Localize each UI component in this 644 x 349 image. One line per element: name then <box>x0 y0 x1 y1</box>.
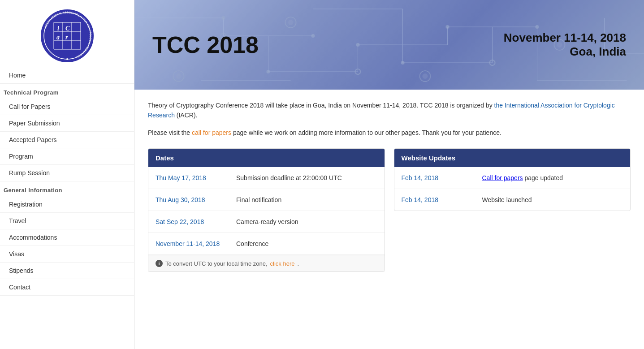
contact-link[interactable]: Contact <box>9 284 30 291</box>
date-cell: Thu Aug 30, 2018 <box>156 196 236 203</box>
sidebar-item-stipends[interactable]: Stipends <box>0 263 134 279</box>
svg-text:i: i <box>57 25 59 32</box>
sidebar-item-travel[interactable]: Travel <box>0 213 134 229</box>
updates-table: Website Updates Feb 14, 2018 Call for pa… <box>394 148 631 211</box>
logo-container: i C a r INTERNATIONAL ASSOCIATION FOR CR… <box>0 0 134 67</box>
svg-point-55 <box>176 73 182 79</box>
desc-cell: Conference <box>236 240 377 247</box>
technical-program-section: Technical Program <box>0 84 134 99</box>
sidebar-item-contact[interactable]: Contact <box>0 279 134 296</box>
sidebar: i C a r INTERNATIONAL ASSOCIATION FOR CR… <box>0 0 134 349</box>
svg-point-15 <box>66 58 68 60</box>
sidebar-item-accepted-papers[interactable]: Accepted Papers <box>0 132 134 148</box>
updates-table-header: Website Updates <box>394 149 631 167</box>
home-link[interactable]: Home <box>9 72 26 79</box>
desc-cell: Camera-ready version <box>236 218 377 225</box>
date-cell: November 11-14, 2018 <box>156 240 236 247</box>
call-for-papers-link[interactable]: Call for Papers <box>9 103 51 110</box>
table-row: Thu May 17, 2018 Submission deadline at … <box>148 167 385 189</box>
intro-text-part2: (IACR). <box>175 112 198 119</box>
date-link[interactable]: Thu Aug 30, 2018 <box>156 196 205 203</box>
desc-cell: Submission deadline at 22:00:00 UTC <box>236 174 377 181</box>
utc-note-end: . <box>298 260 299 267</box>
table-row: November 11-14, 2018 Conference <box>148 233 385 255</box>
update-desc-cell: Website launched <box>482 196 623 203</box>
svg-point-40 <box>356 43 360 47</box>
travel-link[interactable]: Travel <box>9 217 26 224</box>
page-content: Theory of Cryptography Conference 2018 w… <box>134 90 644 349</box>
table-row: Thu Aug 30, 2018 Final notification <box>148 189 385 211</box>
update-desc-cell: Call for papers page updated <box>482 174 623 181</box>
header-banner: TCC 2018 November 11-14, 2018 Goa, India <box>134 0 644 90</box>
dates-table: Dates Thu May 17, 2018 Submission deadli… <box>148 148 385 272</box>
call-for-papers-inline-link[interactable]: call for papers <box>192 129 231 136</box>
update-date-link[interactable]: Feb 14, 2018 <box>402 196 439 203</box>
table-row: Feb 14, 2018 Website launched <box>394 189 631 211</box>
update-date-cell: Feb 14, 2018 <box>402 196 482 203</box>
sidebar-item-registration[interactable]: Registration <box>0 196 134 213</box>
conference-date-location: November 11-14, 2018 Goa, India <box>504 31 626 59</box>
sidebar-item-home[interactable]: Home <box>0 67 134 84</box>
svg-point-49 <box>288 20 294 25</box>
conference-date: November 11-14, 2018 <box>504 31 626 45</box>
rump-session-link[interactable]: Rump Session <box>9 169 50 177</box>
svg-point-39 <box>267 70 270 73</box>
info-icon: i <box>156 260 163 267</box>
sidebar-item-paper-submission[interactable]: Paper Submission <box>0 115 134 132</box>
program-link[interactable]: Program <box>9 153 33 160</box>
conference-location: Goa, India <box>504 45 626 59</box>
date-cell: Sat Sep 22, 2018 <box>156 218 236 225</box>
tables-container: Dates Thu May 17, 2018 Submission deadli… <box>148 148 631 272</box>
registration-link[interactable]: Registration <box>9 201 43 208</box>
svg-point-51 <box>423 73 428 79</box>
table-row: Sat Sep 22, 2018 Camera-ready version <box>148 211 385 233</box>
svg-point-42 <box>401 61 405 65</box>
intro-paragraph: Theory of Cryptography Conference 2018 w… <box>148 100 631 121</box>
svg-point-43 <box>536 25 539 29</box>
stipends-link[interactable]: Stipends <box>9 267 33 274</box>
accepted-papers-link[interactable]: Accepted Papers <box>9 136 57 143</box>
please-visit-paragraph: Please visit the call for papers page wh… <box>148 128 631 138</box>
sidebar-nav: Home Technical Program Call for Papers P… <box>0 67 134 296</box>
accommodations-link[interactable]: Accommodations <box>9 234 57 241</box>
sidebar-item-visas[interactable]: Visas <box>0 246 134 263</box>
date-cell: Thu May 17, 2018 <box>156 174 236 181</box>
svg-point-41 <box>446 25 450 29</box>
desc-cell: Final notification <box>236 196 377 203</box>
table-row: Feb 14, 2018 Call for papers page update… <box>394 167 631 189</box>
intro-text-part1: Theory of Cryptography Conference 2018 w… <box>148 102 494 109</box>
update-date-cell: Feb 14, 2018 <box>402 174 482 181</box>
svg-point-38 <box>311 34 315 38</box>
sidebar-item-accommodations[interactable]: Accommodations <box>0 229 134 246</box>
please-visit-part2: page while we work on adding more inform… <box>231 129 501 136</box>
svg-text:r: r <box>65 34 68 41</box>
click-here-link[interactable]: click here <box>270 260 295 267</box>
utc-note: i To convert UTC to your local time zone… <box>148 255 385 271</box>
date-link[interactable]: November 11-14, 2018 <box>156 240 220 247</box>
sidebar-item-program[interactable]: Program <box>0 148 134 165</box>
sidebar-item-call-for-papers[interactable]: Call for Papers <box>0 99 134 115</box>
svg-text:C: C <box>65 25 70 32</box>
paper-submission-link[interactable]: Paper Submission <box>9 120 60 127</box>
general-information-section: General Information <box>0 181 134 196</box>
visas-link[interactable]: Visas <box>9 250 24 258</box>
dates-table-header: Dates <box>148 149 385 167</box>
svg-text:a: a <box>56 34 60 41</box>
please-visit-part1: Please visit the <box>148 129 192 136</box>
date-link[interactable]: Thu May 17, 2018 <box>156 174 206 181</box>
call-for-papers-update-link[interactable]: Call for papers <box>482 174 523 181</box>
conference-title: TCC 2018 <box>152 31 259 58</box>
update-date-link[interactable]: Feb 14, 2018 <box>402 174 439 181</box>
iacr-logo: i C a r INTERNATIONAL ASSOCIATION FOR CR… <box>40 9 94 63</box>
utc-note-text: To convert UTC to your local time zone, <box>165 260 268 267</box>
date-link[interactable]: Sat Sep 22, 2018 <box>156 218 204 225</box>
svg-point-37 <box>222 16 225 20</box>
sidebar-item-rump-session[interactable]: Rump Session <box>0 165 134 181</box>
main-content: TCC 2018 November 11-14, 2018 Goa, India… <box>134 0 644 349</box>
